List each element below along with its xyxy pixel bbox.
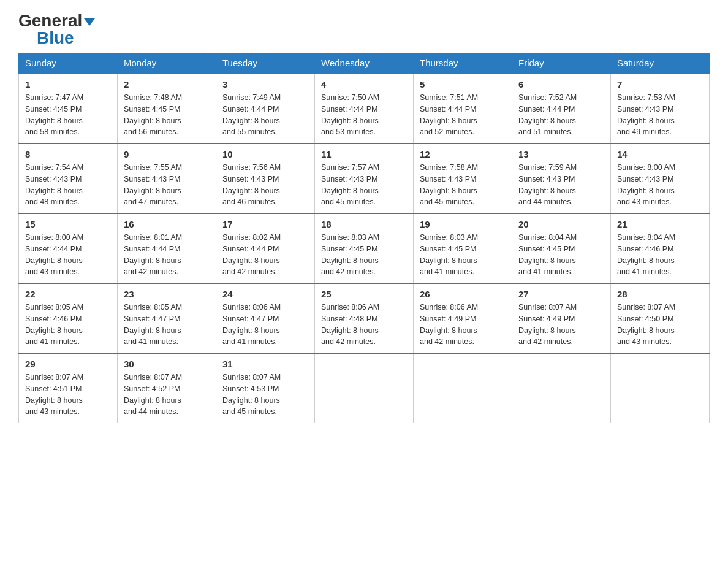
calendar-cell: 8 Sunrise: 7:54 AMSunset: 4:43 PMDayligh… (19, 144, 118, 213)
calendar-header-sunday: Sunday (19, 53, 118, 74)
day-info: Sunrise: 7:51 AMSunset: 4:44 PMDaylight:… (420, 93, 478, 136)
day-number: 15 (25, 219, 111, 229)
calendar-cell: 30 Sunrise: 8:07 AMSunset: 4:52 PMDaylig… (118, 353, 216, 423)
calendar-cell (512, 353, 611, 423)
day-info: Sunrise: 8:05 AMSunset: 4:47 PMDaylight:… (124, 303, 182, 346)
calendar-cell: 14 Sunrise: 8:00 AMSunset: 4:43 PMDaylig… (611, 144, 710, 213)
day-number: 14 (617, 149, 703, 159)
calendar-week-row: 8 Sunrise: 7:54 AMSunset: 4:43 PMDayligh… (19, 144, 710, 213)
calendar-cell: 4 Sunrise: 7:50 AMSunset: 4:44 PMDayligh… (315, 74, 414, 144)
day-info: Sunrise: 8:07 AMSunset: 4:52 PMDaylight:… (124, 373, 182, 416)
day-number: 23 (124, 289, 210, 299)
day-info: Sunrise: 7:48 AMSunset: 4:45 PMDaylight:… (124, 93, 182, 136)
calendar-header-row: SundayMondayTuesdayWednesdayThursdayFrid… (19, 53, 710, 74)
logo: General Blue (18, 12, 95, 47)
day-number: 21 (617, 219, 703, 229)
calendar-cell: 21 Sunrise: 8:04 AMSunset: 4:46 PMDaylig… (611, 213, 710, 283)
day-number: 17 (222, 219, 308, 229)
day-info: Sunrise: 8:06 AMSunset: 4:47 PMDaylight:… (222, 303, 281, 346)
day-info: Sunrise: 8:07 AMSunset: 4:50 PMDaylight:… (617, 303, 675, 346)
calendar-header-tuesday: Tuesday (216, 53, 315, 74)
calendar-cell: 12 Sunrise: 7:58 AMSunset: 4:43 PMDaylig… (414, 144, 512, 213)
day-number: 8 (25, 149, 111, 159)
day-number: 1 (25, 79, 111, 90)
calendar-cell: 16 Sunrise: 8:01 AMSunset: 4:44 PMDaylig… (118, 213, 216, 283)
day-number: 26 (420, 289, 506, 299)
day-number: 30 (124, 359, 210, 369)
calendar-week-row: 22 Sunrise: 8:05 AMSunset: 4:46 PMDaylig… (19, 283, 710, 353)
day-info: Sunrise: 7:53 AMSunset: 4:43 PMDaylight:… (617, 93, 675, 136)
day-number: 19 (420, 219, 506, 229)
day-info: Sunrise: 8:05 AMSunset: 4:46 PMDaylight:… (25, 303, 83, 346)
day-number: 27 (518, 289, 604, 299)
calendar-cell: 25 Sunrise: 8:06 AMSunset: 4:48 PMDaylig… (315, 283, 414, 353)
calendar-header-thursday: Thursday (414, 53, 512, 74)
calendar-cell: 3 Sunrise: 7:49 AMSunset: 4:44 PMDayligh… (216, 74, 315, 144)
day-number: 18 (321, 219, 407, 229)
day-number: 29 (25, 359, 111, 369)
calendar-cell: 9 Sunrise: 7:55 AMSunset: 4:43 PMDayligh… (118, 144, 216, 213)
calendar-cell: 10 Sunrise: 7:56 AMSunset: 4:43 PMDaylig… (216, 144, 315, 213)
logo-arrow-icon (84, 18, 95, 26)
day-number: 22 (25, 289, 111, 299)
calendar-cell: 24 Sunrise: 8:06 AMSunset: 4:47 PMDaylig… (216, 283, 315, 353)
day-info: Sunrise: 8:06 AMSunset: 4:49 PMDaylight:… (420, 303, 478, 346)
day-info: Sunrise: 8:00 AMSunset: 4:43 PMDaylight:… (617, 163, 675, 206)
day-info: Sunrise: 7:59 AMSunset: 4:43 PMDaylight:… (518, 163, 577, 206)
day-number: 20 (518, 219, 604, 229)
day-number: 25 (321, 289, 407, 299)
day-info: Sunrise: 8:04 AMSunset: 4:45 PMDaylight:… (518, 233, 577, 276)
calendar-week-row: 15 Sunrise: 8:00 AMSunset: 4:44 PMDaylig… (19, 213, 710, 283)
day-info: Sunrise: 7:54 AMSunset: 4:43 PMDaylight:… (25, 163, 83, 206)
day-info: Sunrise: 7:52 AMSunset: 4:44 PMDaylight:… (518, 93, 577, 136)
calendar-cell: 13 Sunrise: 7:59 AMSunset: 4:43 PMDaylig… (512, 144, 611, 213)
day-number: 2 (124, 79, 210, 90)
day-number: 13 (518, 149, 604, 159)
day-number: 3 (222, 79, 308, 90)
day-number: 24 (222, 289, 308, 299)
calendar-week-row: 29 Sunrise: 8:07 AMSunset: 4:51 PMDaylig… (19, 353, 710, 423)
day-number: 7 (617, 79, 703, 90)
logo-general-text: General (18, 12, 95, 29)
day-info: Sunrise: 8:07 AMSunset: 4:53 PMDaylight:… (222, 373, 281, 416)
calendar-cell: 20 Sunrise: 8:04 AMSunset: 4:45 PMDaylig… (512, 213, 611, 283)
day-info: Sunrise: 7:49 AMSunset: 4:44 PMDaylight:… (222, 93, 281, 136)
calendar-cell: 19 Sunrise: 8:03 AMSunset: 4:45 PMDaylig… (414, 213, 512, 283)
calendar-table: SundayMondayTuesdayWednesdayThursdayFrid… (18, 53, 710, 423)
calendar-cell: 17 Sunrise: 8:02 AMSunset: 4:44 PMDaylig… (216, 213, 315, 283)
day-number: 31 (222, 359, 308, 369)
day-info: Sunrise: 7:50 AMSunset: 4:44 PMDaylight:… (321, 93, 379, 136)
day-info: Sunrise: 8:03 AMSunset: 4:45 PMDaylight:… (321, 233, 379, 276)
calendar-cell: 26 Sunrise: 8:06 AMSunset: 4:49 PMDaylig… (414, 283, 512, 353)
calendar-cell: 1 Sunrise: 7:47 AMSunset: 4:45 PMDayligh… (19, 74, 118, 144)
calendar-cell (611, 353, 710, 423)
day-number: 16 (124, 219, 210, 229)
calendar-cell: 7 Sunrise: 7:53 AMSunset: 4:43 PMDayligh… (611, 74, 710, 144)
calendar-week-row: 1 Sunrise: 7:47 AMSunset: 4:45 PMDayligh… (19, 74, 710, 144)
calendar-cell: 18 Sunrise: 8:03 AMSunset: 4:45 PMDaylig… (315, 213, 414, 283)
calendar-cell: 23 Sunrise: 8:05 AMSunset: 4:47 PMDaylig… (118, 283, 216, 353)
calendar-cell (315, 353, 414, 423)
day-number: 28 (617, 289, 703, 299)
day-info: Sunrise: 8:06 AMSunset: 4:48 PMDaylight:… (321, 303, 379, 346)
calendar-cell: 5 Sunrise: 7:51 AMSunset: 4:44 PMDayligh… (414, 74, 512, 144)
calendar-header-wednesday: Wednesday (315, 53, 414, 74)
day-info: Sunrise: 7:47 AMSunset: 4:45 PMDaylight:… (25, 93, 83, 136)
day-info: Sunrise: 8:07 AMSunset: 4:51 PMDaylight:… (25, 373, 83, 416)
calendar-cell: 15 Sunrise: 8:00 AMSunset: 4:44 PMDaylig… (19, 213, 118, 283)
day-info: Sunrise: 7:55 AMSunset: 4:43 PMDaylight:… (124, 163, 182, 206)
day-number: 10 (222, 149, 308, 159)
calendar-cell: 28 Sunrise: 8:07 AMSunset: 4:50 PMDaylig… (611, 283, 710, 353)
calendar-header-monday: Monday (118, 53, 216, 74)
day-number: 9 (124, 149, 210, 159)
logo-blue-text: Blue (37, 29, 74, 47)
day-number: 5 (420, 79, 506, 90)
calendar-header-saturday: Saturday (611, 53, 710, 74)
calendar-cell (414, 353, 512, 423)
day-info: Sunrise: 8:01 AMSunset: 4:44 PMDaylight:… (124, 233, 182, 276)
day-info: Sunrise: 8:04 AMSunset: 4:46 PMDaylight:… (617, 233, 675, 276)
day-number: 6 (518, 79, 604, 90)
day-number: 4 (321, 79, 407, 90)
page-header: General Blue (18, 12, 710, 47)
calendar-header-friday: Friday (512, 53, 611, 74)
